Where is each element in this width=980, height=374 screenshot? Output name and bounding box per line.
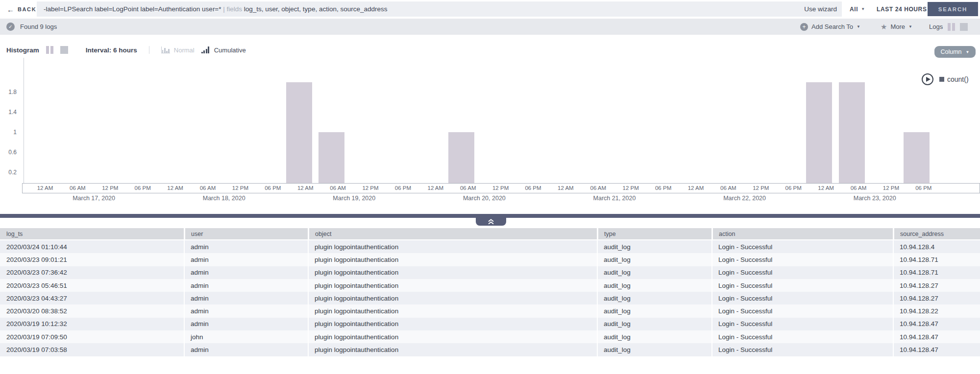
table-cell: plugin logpointauthentication — [308, 292, 597, 304]
table-cell: plugin logpointauthentication — [308, 304, 597, 317]
legend-label: count() — [947, 75, 969, 83]
table-cell: 2020/03/19 10:12:32 — [0, 318, 184, 330]
table-cell: 2020/03/23 07:36:42 — [0, 266, 184, 279]
table-cell: plugin logpointauthentication — [308, 279, 597, 292]
histogram-chart: 1.81.410.60.2 12 AM06 AM12 PM06 PM12 AM0… — [0, 0, 980, 210]
x-date-label: March 22, 2020 — [723, 195, 766, 202]
table-cell: 2020/03/24 01:10:44 — [0, 240, 184, 253]
table-row[interactable]: 2020/03/20 08:38:52adminplugin logpointa… — [0, 304, 980, 317]
x-tick-label: 06 PM — [395, 185, 411, 191]
table-row[interactable]: 2020/03/19 10:12:32adminplugin logpointa… — [0, 318, 980, 330]
y-tick-label: 0.2 — [0, 169, 17, 176]
double-chevron-up-icon — [488, 219, 494, 225]
histogram-bar[interactable] — [286, 82, 312, 184]
table-cell: 10.94.128.47 — [893, 318, 980, 330]
table-cell: Login - Successful — [711, 343, 893, 356]
column-header-action[interactable]: action — [711, 228, 893, 239]
table-row[interactable]: 2020/03/23 09:01:21adminplugin logpointa… — [0, 253, 980, 266]
table-cell: admin — [184, 292, 308, 304]
table-cell: 10.94.128.71 — [893, 266, 980, 279]
x-tick-label: 12 PM — [102, 185, 118, 191]
x-tick-label: 12 PM — [362, 185, 378, 191]
logpoint-search-view: ← BACK -label=LPSearch label=LogPoint la… — [0, 0, 980, 374]
histogram-bar[interactable] — [318, 132, 344, 183]
table-cell: 2020/03/19 07:03:58 — [0, 343, 184, 356]
x-tick-label: 12 PM — [753, 185, 769, 191]
x-tick-label: 12 AM — [297, 185, 314, 191]
column-header-type[interactable]: type — [597, 228, 711, 239]
table-cell: plugin logpointauthentication — [308, 343, 597, 356]
table-cell: admin — [184, 266, 308, 279]
table-cell: plugin logpointauthentication — [308, 240, 597, 253]
x-date-label: March 21, 2020 — [593, 195, 636, 202]
x-tick-label: 06 AM — [70, 185, 86, 191]
table-cell: 2020/03/20 08:38:52 — [0, 304, 184, 317]
play-button[interactable] — [922, 73, 933, 85]
x-tick-label: 06 PM — [265, 185, 281, 191]
table-cell: 2020/03/23 04:43:27 — [0, 292, 184, 304]
y-tick-label: 1.4 — [0, 109, 17, 116]
table-cell: audit_log — [597, 266, 711, 279]
table-cell: audit_log — [597, 318, 711, 330]
log-results-table: log_tsuserobjecttypeactionsource_address… — [0, 228, 980, 356]
table-cell: Login - Successful — [711, 304, 893, 317]
chart-legend: count() — [922, 73, 969, 85]
collapse-histogram-button[interactable] — [476, 218, 506, 226]
histogram-bar[interactable] — [448, 132, 474, 183]
table-header-row: log_tsuserobjecttypeactionsource_address — [0, 228, 980, 240]
table-cell: 10.94.128.4 — [893, 240, 980, 253]
table-row[interactable]: 2020/03/19 07:03:58adminplugin logpointa… — [0, 343, 980, 356]
table-cell: Login - Successful — [711, 240, 893, 253]
table-cell: Login - Successful — [711, 253, 893, 266]
section-divider — [0, 214, 980, 218]
legend-item-count: count() — [939, 75, 969, 83]
table-cell: Login - Successful — [711, 318, 893, 330]
x-tick-label: 06 AM — [200, 185, 216, 191]
table-cell: admin — [184, 343, 308, 356]
table-cell: Login - Successful — [711, 292, 893, 304]
x-tick-label: 12 AM — [427, 185, 443, 191]
play-icon — [926, 77, 931, 82]
x-tick-label: 12 PM — [623, 185, 639, 191]
table-cell: Login - Successful — [711, 330, 893, 343]
table-cell: 10.94.128.47 — [893, 330, 980, 343]
histogram-bar[interactable] — [904, 132, 930, 183]
x-tick-label: 06 PM — [785, 185, 802, 191]
column-header-object[interactable]: object — [308, 228, 597, 239]
table-row[interactable]: 2020/03/23 07:36:42adminplugin logpointa… — [0, 266, 980, 279]
table-cell: plugin logpointauthentication — [308, 318, 597, 330]
x-tick-label: 06 AM — [330, 185, 346, 191]
legend-swatch-icon — [939, 77, 944, 82]
x-tick-label: 12 AM — [818, 185, 834, 191]
y-tick-label: 1 — [0, 129, 17, 136]
table-cell: plugin logpointauthentication — [308, 253, 597, 266]
table-cell: audit_log — [597, 304, 711, 317]
table-row[interactable]: 2020/03/19 07:09:50johnplugin logpointau… — [0, 330, 980, 343]
table-cell: 10.94.128.27 — [893, 279, 980, 292]
x-tick-label: 12 AM — [167, 185, 183, 191]
table-cell: admin — [184, 279, 308, 292]
table-cell: 10.94.128.27 — [893, 292, 980, 304]
x-tick-label: 12 AM — [37, 185, 53, 191]
x-tick-label: 06 PM — [915, 185, 931, 191]
table-cell: audit_log — [597, 240, 711, 253]
table-row[interactable]: 2020/03/23 05:46:51adminplugin logpointa… — [0, 279, 980, 292]
table-cell: Login - Successful — [711, 279, 893, 292]
table-cell: admin — [184, 304, 308, 317]
x-tick-label: 12 PM — [492, 185, 509, 191]
table-cell: admin — [184, 318, 308, 330]
table-row[interactable]: 2020/03/23 04:43:27adminplugin logpointa… — [0, 292, 980, 304]
histogram-bar[interactable] — [839, 82, 865, 184]
x-tick-label: 06 AM — [851, 185, 867, 191]
table-cell: john — [184, 330, 308, 343]
column-header-user[interactable]: user — [184, 228, 308, 239]
table-row[interactable]: 2020/03/24 01:10:44adminplugin logpointa… — [0, 240, 980, 253]
table-cell: 10.94.128.22 — [893, 304, 980, 317]
histogram-bar[interactable] — [806, 82, 832, 184]
column-header-log_ts[interactable]: log_ts — [0, 228, 184, 239]
table-cell: audit_log — [597, 253, 711, 266]
y-axis-line — [24, 58, 24, 183]
x-date-label: March 17, 2020 — [73, 195, 115, 202]
x-tick-label: 12 AM — [558, 185, 574, 191]
column-header-source_address[interactable]: source_address — [893, 228, 980, 239]
